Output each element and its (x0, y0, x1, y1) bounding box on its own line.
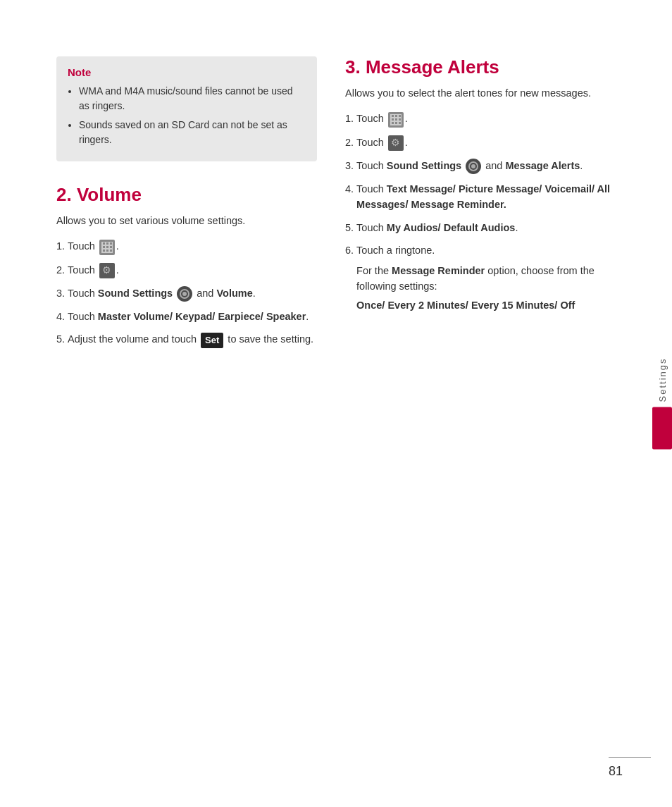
menu-icon-1 (99, 240, 115, 255)
note-box: Note WMA and M4A music/sound files canno… (56, 56, 317, 161)
volume-step-5: 5. Adjust the volume and touch Set to sa… (56, 331, 317, 347)
volume-step-1: 1. Touch . (56, 238, 317, 254)
volume-steps: 1. Touch . 2. Touch . 3. Touch Sound Set… (56, 238, 317, 347)
volume-step-3: 3. Touch Sound Settings and Volume. (56, 285, 317, 302)
message-steps: 1. Touch . 2. Touch . 3. Touch Sound Set… (345, 111, 627, 313)
sub-note: For the Message Reminder option, choose … (356, 263, 627, 295)
volume-heading: 2. Volume (56, 184, 317, 206)
volume-step-2: 2. Touch . (56, 262, 317, 278)
volume-desc: Allows you to set various volume setting… (56, 213, 317, 228)
volume-section: 2. Volume Allows you to set various volu… (56, 184, 317, 348)
left-column: Note WMA and M4A music/sound files canno… (56, 56, 317, 355)
message-desc: Allows you to select the alert tones for… (345, 85, 627, 101)
menu-icon-2 (388, 112, 404, 128)
message-heading: 3. Message Alerts (345, 56, 627, 78)
sub-options: Once/ Every 2 Minutes/ Every 15 Minutes/… (356, 297, 627, 313)
message-step-5: 5. Touch My Audios/ Default Audios. (345, 220, 627, 235)
message-step-3: 3. Touch Sound Settings and Message Aler… (345, 158, 627, 174)
message-step-1: 1. Touch . (345, 111, 627, 127)
volume-step-4: 4. Touch Master Volume/ Keypad/ Earpiece… (56, 309, 317, 324)
set-button-label: Set (201, 333, 223, 348)
note-list: WMA and M4A music/sound files cannot be … (68, 84, 306, 147)
message-step-6: 6. Touch a ringtone. For the Message Rem… (345, 242, 627, 313)
message-step-2: 2. Touch . (345, 135, 627, 151)
note-title: Note (68, 66, 306, 78)
settings-icon-2 (388, 135, 404, 151)
page-number: 81 (609, 764, 623, 779)
sound-icon-1 (177, 286, 192, 302)
note-item-1: WMA and M4A music/sound files cannot be … (79, 84, 306, 113)
sidebar-label: Settings (657, 357, 668, 402)
note-item-2: Sounds saved on an SD Card can not be se… (79, 118, 306, 147)
settings-icon-1 (99, 263, 115, 278)
sound-icon-2 (466, 159, 481, 174)
right-column: 3. Message Alerts Allows you to select t… (345, 56, 627, 355)
message-alerts-section: 3. Message Alerts Allows you to select t… (345, 56, 627, 313)
message-step-4: 4. Touch Text Message/ Picture Message/ … (345, 181, 627, 213)
separator-line (609, 757, 651, 758)
sidebar-tab: Settings (652, 357, 672, 450)
sidebar-bar (652, 407, 672, 450)
